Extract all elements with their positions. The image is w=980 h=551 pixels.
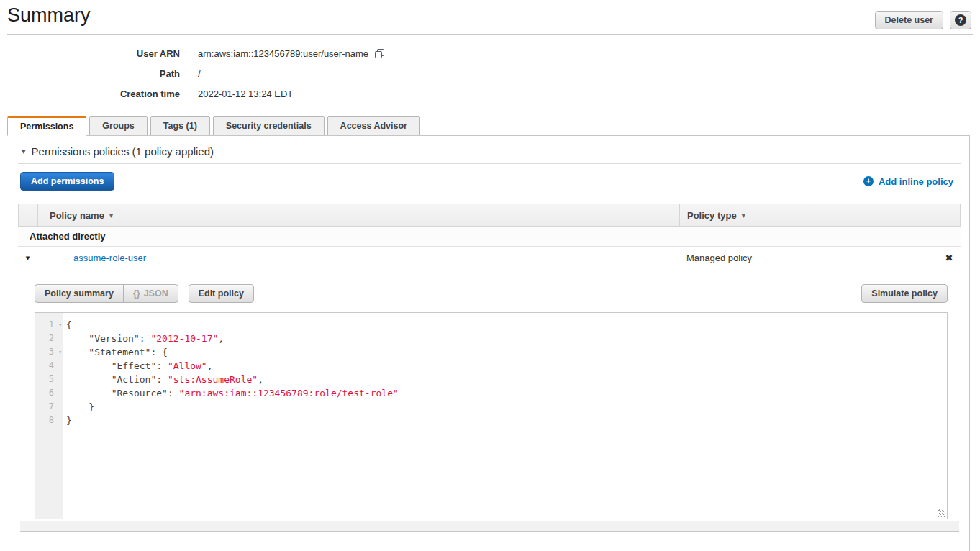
editor-line-number: 4 xyxy=(35,359,63,373)
creation-time-value: 2022-01-12 13:24 EDT xyxy=(198,88,293,99)
row-expander[interactable]: ▾ xyxy=(18,253,37,263)
sort-caret-icon: ▾ xyxy=(742,211,745,219)
permissions-policies-section-toggle[interactable]: ▾ Permissions policies (1 policy applied… xyxy=(22,145,214,158)
help-button[interactable]: ? xyxy=(950,11,971,29)
path-label: Path xyxy=(0,68,180,79)
user-arn-label: User ARN xyxy=(0,48,180,59)
edit-policy-button[interactable]: Edit policy xyxy=(189,284,254,303)
editor-line-number: 8 xyxy=(35,414,63,427)
tab-permissions[interactable]: Permissions xyxy=(7,116,86,136)
permissions-tab-panel: ▾ Permissions policies (1 policy applied… xyxy=(9,135,970,551)
editor-code-line[interactable]: "Statement": { xyxy=(63,345,937,359)
policy-actions-row: Add permissions + Add inline policy xyxy=(20,171,961,191)
editor-line-number: 5 xyxy=(35,373,63,386)
copy-arn-icon[interactable] xyxy=(374,48,385,59)
page-title: Summary xyxy=(7,4,91,27)
policy-detail-footer-bar xyxy=(20,521,959,532)
iam-user-summary-page: Summary Delete user ? User ARN arn:aws:i… xyxy=(0,0,980,551)
editor-line-number: 7 xyxy=(35,400,63,414)
page-header: Summary Delete user ? xyxy=(0,0,980,34)
editor-gutter: 1▾23▾45678 xyxy=(35,313,63,519)
policy-view-toolbar: Policy summary {} JSON Edit policy Simul… xyxy=(35,284,948,303)
policy-delete-cell: ✖ xyxy=(938,253,961,263)
editor-code-line[interactable]: { xyxy=(63,318,937,332)
path-value: / xyxy=(198,68,201,79)
user-arn-value: arn:aws:iam::123456789:user/user-name xyxy=(198,48,385,59)
header-divider xyxy=(7,34,973,35)
detach-policy-x-icon[interactable]: ✖ xyxy=(945,253,953,263)
tab-tags[interactable]: Tags (1) xyxy=(150,116,210,135)
table-row-policy: ▾ assume-role-user Managed policy ✖ xyxy=(18,247,961,269)
plus-circle-icon: + xyxy=(863,176,874,186)
editor-code-line[interactable]: "Resource": "arn:aws:iam::123456789:role… xyxy=(63,386,937,400)
policy-name-link[interactable]: assume-role-user xyxy=(73,252,146,263)
json-policy-editor[interactable]: 1▾23▾45678 { "Version": "2012-10-17", "S… xyxy=(35,312,948,519)
policy-detail-expanded: Policy summary {} JSON Edit policy Simul… xyxy=(18,284,961,532)
fold-caret-icon[interactable]: ▾ xyxy=(58,345,62,359)
fold-caret-icon[interactable]: ▾ xyxy=(58,318,62,332)
editor-code-line[interactable]: } xyxy=(63,400,937,414)
chevron-down-icon: ▾ xyxy=(22,147,26,156)
detail-row-creation-time: Creation time 2022-01-12 13:24 EDT xyxy=(0,83,504,104)
detail-row-user-arn: User ARN arn:aws:iam::123456789:user/use… xyxy=(0,43,504,63)
editor-code-line[interactable]: } xyxy=(63,414,937,427)
editor-code-line[interactable]: "Action": "sts:AssumeRole", xyxy=(63,373,937,386)
editor-code[interactable]: { "Version": "2012-10-17", "Statement": … xyxy=(63,318,937,519)
delete-user-button[interactable]: Delete user xyxy=(875,11,943,29)
section-divider xyxy=(18,163,961,164)
tab-security-credentials[interactable]: Security credentials xyxy=(213,116,325,135)
editor-line-number: 6 xyxy=(35,386,63,400)
json-view-button[interactable]: {} JSON xyxy=(123,284,178,303)
editor-resize-handle[interactable] xyxy=(938,509,945,517)
policy-view-segmented-control: Policy summary {} JSON xyxy=(35,284,178,303)
add-inline-policy-link[interactable]: + Add inline policy xyxy=(863,176,953,187)
policy-name-cell: assume-role-user xyxy=(37,252,679,263)
user-details: User ARN arn:aws:iam::123456789:user/use… xyxy=(0,43,504,104)
editor-code-line[interactable]: "Version": "2012-10-17", xyxy=(63,332,937,345)
creation-time-label: Creation time xyxy=(0,88,180,99)
detail-row-path: Path / xyxy=(0,63,504,83)
policy-name-column-header[interactable]: Policy name ▾ xyxy=(38,204,680,226)
braces-icon: {} xyxy=(133,288,140,299)
group-row-attached-directly: Attached directly xyxy=(18,227,961,247)
tab-bar: Permissions Groups Tags (1) Security cre… xyxy=(7,116,420,135)
actions-column-header xyxy=(938,204,960,226)
sort-caret-icon: ▾ xyxy=(109,211,113,219)
policies-table: Policy name ▾ Policy type ▾ Attached dir… xyxy=(18,204,961,532)
policies-table-header: Policy name ▾ Policy type ▾ xyxy=(18,204,961,227)
permissions-policies-heading: Permissions policies (1 policy applied) xyxy=(32,145,214,158)
editor-line-number: 2 xyxy=(35,332,63,345)
tab-groups[interactable]: Groups xyxy=(89,116,147,135)
policy-type-column-header[interactable]: Policy type ▾ xyxy=(680,204,938,226)
simulate-policy-button[interactable]: Simulate policy xyxy=(861,284,948,303)
editor-code-line[interactable]: "Effect": "Allow", xyxy=(63,359,937,373)
tab-access-advisor[interactable]: Access Advisor xyxy=(327,116,420,135)
expander-column-header xyxy=(19,204,38,226)
editor-line-number: 1▾ xyxy=(35,318,63,332)
policy-summary-button[interactable]: Policy summary xyxy=(35,284,124,303)
header-actions: Delete user ? xyxy=(875,11,971,29)
editor-line-number: 3▾ xyxy=(35,345,63,359)
add-permissions-button[interactable]: Add permissions xyxy=(20,172,114,191)
help-icon: ? xyxy=(955,14,966,26)
expander-caret-icon: ▾ xyxy=(26,253,30,263)
policy-type-cell: Managed policy xyxy=(679,252,938,263)
